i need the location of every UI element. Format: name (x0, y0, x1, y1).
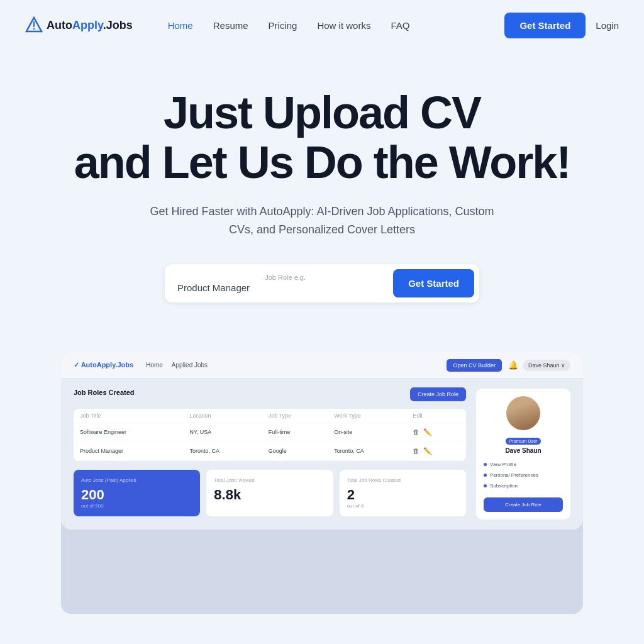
navbar: AutoApply.Jobs Home Resume Pricing How i… (0, 0, 644, 50)
nav-link-home[interactable]: Home (158, 15, 203, 36)
dash-nav-applied[interactable]: Applied Jobs (172, 362, 208, 369)
profile-menu-view-profile[interactable]: View Profile (484, 459, 563, 470)
dash-table-header-title: Job Title (74, 409, 183, 423)
edit-icon[interactable]: ✏️ (423, 447, 432, 455)
stat-card-applied: Auto Jobs (Paid) Applied 200 out of 500 (74, 470, 200, 516)
nav-login-button[interactable]: Login (596, 20, 619, 31)
menu-dot-icon (484, 463, 487, 466)
nav-link-faq[interactable]: FAQ (380, 15, 419, 36)
dash-content: Job Roles Created Create Job Role Job Ti… (61, 379, 583, 530)
premium-badge: Premium User (506, 438, 541, 445)
dash-table-header-edit: Edit (406, 409, 466, 423)
row1-actions: 🗑 ✏️ (406, 423, 466, 441)
profile-menu-preferences[interactable]: Personal Preferences (484, 470, 563, 480)
search-bar: Job Role e.g. Get Started (165, 264, 479, 303)
logo[interactable]: AutoApply.Jobs (25, 16, 133, 34)
stat-card-viewed: Total Jobs Viewed 8.8k (206, 470, 333, 516)
avatar-image (506, 396, 540, 430)
stat-roles-label: Total Job Roles Created (347, 477, 458, 483)
delete-icon[interactable]: 🗑 (413, 428, 419, 436)
dash-table: Job Title Location Job Type Work Type Ed… (74, 409, 466, 461)
dashboard-preview: ✓ AutoApply.Jobs Home Applied Jobs Open … (61, 353, 583, 614)
logo-text: AutoApply.Jobs (47, 19, 133, 32)
dash-table-header-location: Location (183, 409, 262, 423)
row1-location: NY, USA (183, 423, 262, 441)
search-input-wrapper: Job Role e.g. (177, 274, 393, 293)
row2-jobtype: Google (262, 441, 328, 460)
view-profile-label: View Profile (490, 462, 516, 467)
dash-inner: ✓ AutoApply.Jobs Home Applied Jobs Open … (61, 353, 583, 530)
profile-card: Premium User Dave Shaun View Profile Per… (476, 389, 570, 519)
hero-get-started-button[interactable]: Get Started (393, 269, 474, 297)
delete-icon[interactable]: 🗑 (413, 447, 419, 455)
dash-bell-icon[interactable]: 🔔 (508, 360, 518, 370)
dash-main: Job Roles Created Create Job Role Job Ti… (74, 389, 466, 519)
profile-name: Dave Shaun (484, 447, 563, 454)
edit-icon[interactable]: ✏️ (423, 428, 432, 436)
hero-subtitle: Get Hired Faster with AutoApply: AI-Driv… (146, 203, 498, 239)
dash-navbar: ✓ AutoApply.Jobs Home Applied Jobs Open … (61, 353, 583, 379)
nav-get-started-button[interactable]: Get Started (504, 13, 586, 38)
preferences-label: Personal Preferences (490, 472, 538, 478)
dashboard-preview-wrapper: ✓ AutoApply.Jobs Home Applied Jobs Open … (0, 328, 644, 614)
row2-location: Toronto, CA (183, 441, 262, 460)
dash-create-role-button[interactable]: Create Job Role (410, 387, 466, 401)
table-row: Product Manager Toronto, CA Google Toron… (74, 441, 466, 460)
nav-actions: Get Started Login (504, 13, 619, 38)
row2-title: Product Manager (74, 441, 183, 460)
row1-jobtype: Full-time (262, 423, 328, 441)
dash-nav-home[interactable]: Home (146, 362, 163, 369)
row1-title: Software Engineer (74, 423, 183, 441)
stat-viewed-value: 8.8k (214, 487, 325, 503)
dash-stats: Auto Jobs (Paid) Applied 200 out of 500 … (74, 470, 466, 516)
nav-link-how-it-works[interactable]: How it works (307, 15, 380, 36)
stat-card-roles: Total Job Roles Created 2 out of 6 (340, 470, 466, 516)
stat-applied-sub: out of 500 (81, 503, 192, 509)
hero-section: Just Upload CV and Let Us Do the Work! G… (0, 50, 644, 328)
stat-roles-value: 2 (347, 487, 458, 503)
nav-link-pricing[interactable]: Pricing (258, 15, 308, 36)
stat-roles-sub: out of 6 (347, 503, 458, 509)
profile-menu-subscription[interactable]: Subscription (484, 480, 563, 491)
table-row: Software Engineer NY, USA Full-time On-s… (74, 423, 466, 441)
search-placeholder-label: Job Role e.g. (177, 274, 393, 281)
stat-viewed-label: Total Jobs Viewed (214, 477, 325, 483)
nav-link-resume[interactable]: Resume (203, 15, 258, 36)
avatar (506, 396, 540, 430)
search-input[interactable] (177, 282, 393, 293)
dash-user-menu[interactable]: Dave Shaun ∨ (523, 360, 570, 371)
dash-logo: ✓ AutoApply.Jobs (74, 361, 133, 369)
stat-applied-label: Auto Jobs (Paid) Applied (81, 477, 192, 483)
row1-worktype: On-site (328, 423, 406, 441)
hero-title: Just Upload CV and Let Us Do the Work! (74, 88, 570, 187)
autoapply-logo-icon (25, 16, 43, 34)
dash-section-title: Job Roles Created (74, 389, 135, 396)
nav-links: Home Resume Pricing How it works FAQ (158, 15, 505, 36)
svg-point-2 (33, 28, 35, 30)
row2-actions: 🗑 ✏️ (406, 441, 466, 460)
profile-create-role-button[interactable]: Create Job Role (484, 497, 563, 512)
menu-dot-icon (484, 474, 487, 477)
dash-cv-button[interactable]: Open CV Builder (447, 359, 502, 372)
stat-applied-value: 200 (81, 487, 192, 503)
dash-table-header-worktype: Work Type (328, 409, 406, 423)
dash-table-header-jobtype: Job Type (262, 409, 328, 423)
menu-dot-icon (484, 484, 487, 487)
row2-worktype: Toronto, CA (328, 441, 406, 460)
dash-sidebar: Premium User Dave Shaun View Profile Per… (476, 389, 570, 519)
subscription-label: Subscription (490, 483, 518, 489)
